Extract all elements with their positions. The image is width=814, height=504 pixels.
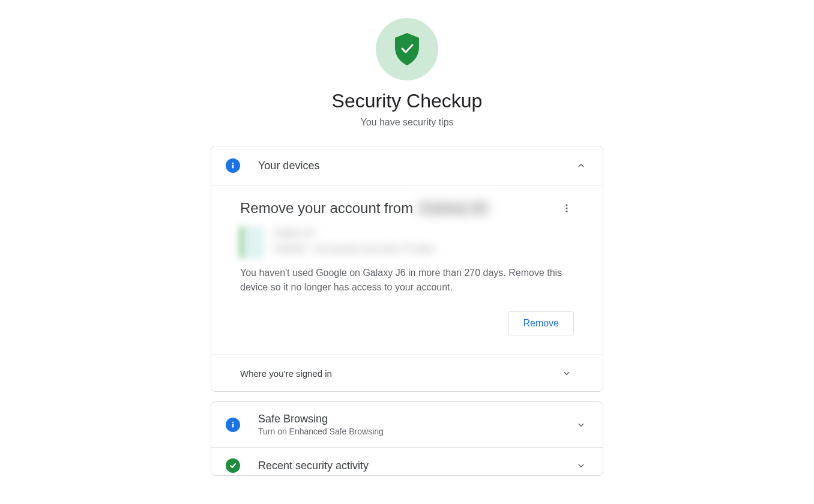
info-icon bbox=[226, 158, 240, 173]
safe-browsing-subtitle: Turn on Enhanced Safe Browsing bbox=[258, 427, 574, 436]
device-detail-body: Remove your account from Galaxy J6 Galax… bbox=[211, 185, 603, 355]
svg-point-5 bbox=[232, 421, 234, 422]
where-signed-in-row[interactable]: Where you're signed in bbox=[211, 355, 603, 391]
page-title: Security Checkup bbox=[332, 90, 483, 112]
your-devices-card: Your devices Remove your account from Ga… bbox=[211, 146, 603, 392]
safe-browsing-title: Safe Browsing bbox=[258, 413, 574, 425]
device-description: You haven't used Google on Galaxy J6 in … bbox=[240, 266, 574, 295]
hero-shield-icon bbox=[376, 18, 438, 80]
your-devices-header[interactable]: Your devices bbox=[211, 146, 603, 185]
your-devices-title: Your devices bbox=[258, 160, 574, 172]
recent-activity-header[interactable]: Recent security activity bbox=[211, 448, 603, 475]
chevron-down-icon bbox=[559, 366, 574, 380]
svg-point-0 bbox=[232, 163, 234, 164]
check-icon bbox=[226, 458, 240, 473]
device-text-info-blurred: Galaxy J6 Pakistan · Last synced more th… bbox=[274, 226, 435, 255]
remove-account-heading-prefix: Remove your account from bbox=[240, 200, 413, 217]
info-icon bbox=[226, 418, 240, 432]
more-options-button[interactable] bbox=[559, 201, 574, 215]
chevron-down-icon bbox=[574, 418, 588, 432]
page-subtitle: You have security tips bbox=[360, 117, 453, 128]
remove-account-heading: Remove your account from Galaxy J6 bbox=[240, 200, 490, 217]
secondary-card: Safe Browsing Turn on Enhanced Safe Brow… bbox=[211, 401, 603, 476]
device-thumbnail-icon bbox=[240, 226, 264, 259]
recent-activity-title: Recent security activity bbox=[258, 460, 574, 472]
svg-point-3 bbox=[566, 208, 568, 209]
remove-button[interactable]: Remove bbox=[508, 311, 574, 335]
where-signed-in-title: Where you're signed in bbox=[240, 368, 332, 379]
svg-rect-6 bbox=[232, 424, 234, 427]
device-info-row: Galaxy J6 Pakistan · Last synced more th… bbox=[240, 226, 574, 259]
chevron-up-icon bbox=[574, 158, 588, 173]
chevron-down-icon bbox=[574, 458, 588, 473]
safe-browsing-header[interactable]: Safe Browsing Turn on Enhanced Safe Brow… bbox=[211, 402, 603, 447]
svg-point-4 bbox=[566, 211, 568, 212]
svg-point-2 bbox=[566, 204, 568, 206]
svg-rect-1 bbox=[232, 165, 234, 169]
device-name-blurred: Galaxy J6 bbox=[417, 200, 490, 217]
